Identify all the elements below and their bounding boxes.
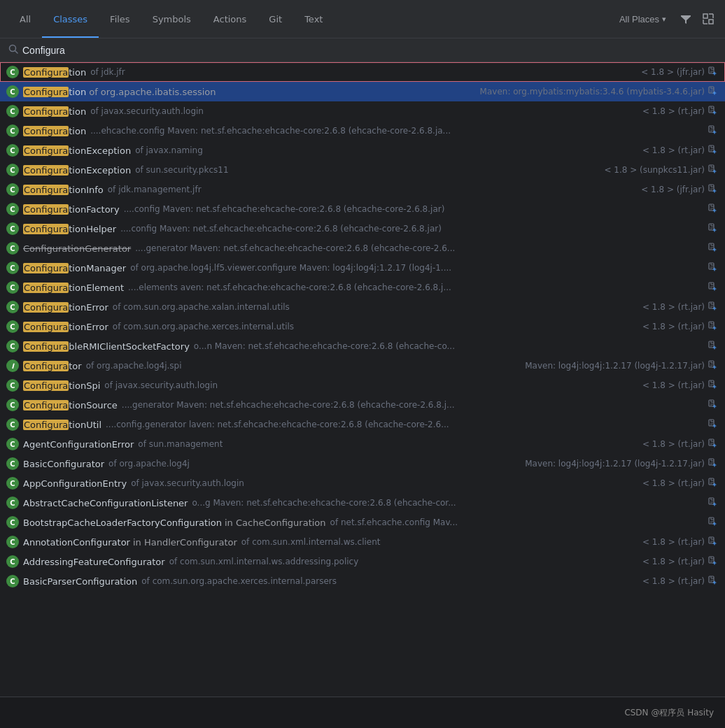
file-navigate-icon[interactable] [708,321,717,333]
tab-files[interactable]: Files [99,0,141,38]
file-navigate-icon[interactable] [708,497,717,509]
item-name: ConfigurationError [23,302,108,313]
list-item[interactable]: CConfigurationSpiof javax.security.auth.… [0,376,725,395]
item-content: Configurationof jdk.jfr< 1.8 > (jfr.jar) [23,67,705,78]
list-item[interactable]: CAgentConfigurationErrorof sun.managemen… [0,434,725,454]
list-item[interactable]: CBasicParserConfigurationof com.sun.org.… [0,571,725,591]
tab-git[interactable]: Git [258,0,293,38]
tab-actions[interactable]: Actions [202,0,258,38]
file-navigate-icon[interactable] [708,262,717,274]
list-item[interactable]: CConfigurationHelper....config Maven: ne… [0,219,725,238]
item-package: ....generator Maven: net.sf.ehcache:ehca… [135,243,455,253]
class-icon: C [6,124,19,137]
item-package: of com.sun.org.apache.xalan.internal.uti… [113,302,290,312]
tabs-left: All Classes Files Symbols Actions Git Te… [8,0,334,38]
search-input[interactable] [22,45,717,56]
item-content: ConfigurationErrorof com.sun.org.apache.… [23,302,705,313]
list-item[interactable]: CConfigurationof org.apache.ibatis.sessi… [0,82,725,101]
item-source: < 1.8 > (rt.jar) [637,576,705,586]
list-item[interactable]: CAppConfigurationEntryof javax.security.… [0,473,725,493]
item-name: ConfigurationUtil [23,420,101,430]
file-navigate-icon[interactable] [708,478,717,490]
list-item[interactable]: CConfigurationErrorof com.sun.org.apache… [0,317,725,336]
file-navigate-icon[interactable] [708,576,717,587]
file-navigate-icon[interactable] [708,66,717,78]
list-item[interactable]: CConfigurationManagerof org.apache.log4j… [0,258,725,278]
file-navigate-icon[interactable] [708,536,717,548]
tab-all[interactable]: All [8,0,42,38]
list-item[interactable]: CBootstrapCacheLoaderFactoryConfiguratio… [0,513,725,532]
tab-symbols[interactable]: Symbols [141,0,202,38]
list-item[interactable]: CConfiguration....ehcache.config Maven: … [0,121,725,141]
item-package: of com.sun.xml.internal.ws.addressing.po… [169,557,359,566]
list-item[interactable]: CConfigurationSource....generator Maven:… [0,395,725,415]
list-item[interactable]: CConfigurationErrorof com.sun.org.apache… [0,297,725,317]
file-navigate-icon[interactable] [708,301,717,313]
item-package: o...g Maven: net.sf.ehcache:ehcache-core… [192,498,456,508]
class-icon: C [6,340,19,352]
file-navigate-icon[interactable] [708,106,717,117]
list-item[interactable]: CConfigurationElement....elements aven: … [0,278,725,297]
file-navigate-icon[interactable] [708,145,717,157]
item-source: < 1.8 > (rt.jar) [637,106,705,116]
list-item[interactable]: CAbstractCacheConfigurationListenero...g… [0,493,725,513]
item-content: ConfigurableRMIClientSocketFactoryo...n … [23,341,705,352]
item-package: of net.sf.ehcache.config Mav... [330,518,458,527]
class-icon: C [6,379,19,392]
list-item[interactable]: CConfigurationof javax.security.auth.log… [0,101,725,121]
list-item[interactable]: CConfigurationUtil....config.generator l… [0,415,725,434]
item-name: ConfigurationException [23,165,131,176]
list-item[interactable]: IConfiguratorof org.apache.log4j.spiMave… [0,356,725,376]
file-navigate-icon[interactable] [708,380,717,392]
all-places-button[interactable]: All Places ▾ [614,11,672,27]
list-item[interactable]: CConfigurationExceptionof sun.security.p… [0,160,725,180]
expand-button[interactable] [700,10,717,27]
filter-button[interactable] [677,10,694,27]
file-navigate-icon[interactable] [708,282,717,294]
file-navigate-icon[interactable] [708,458,717,470]
item-content: AddressingFeatureConfiguratorof com.sun.… [23,557,705,567]
file-navigate-icon[interactable] [708,341,717,352]
file-navigate-icon[interactable] [708,556,717,568]
item-name: ConfigurationInfo [23,185,104,195]
file-navigate-icon[interactable] [708,223,717,235]
class-icon: C [6,105,19,117]
item-content: BasicParserConfigurationof com.sun.org.a… [23,576,705,587]
item-source: Maven: log4j:log4j:1.2.17 (log4j-1.2.17.… [519,361,705,371]
item-source: < 1.8 > (jfr.jar) [635,185,705,194]
item-content: Configurationof org.apache.ibatis.sessio… [23,87,705,97]
file-navigate-icon[interactable] [708,204,717,215]
item-content: ConfigurationManagerof org.apache.log4j.… [23,263,705,273]
file-navigate-icon[interactable] [708,360,717,372]
list-item[interactable]: CConfigurationInfoof jdk.management.jfr<… [0,180,725,199]
list-item[interactable]: CConfigurationFactory....config Maven: n… [0,199,725,219]
item-content: ConfigurationHelper....config Maven: net… [23,224,705,234]
file-navigate-icon[interactable] [708,86,717,98]
class-icon: C [6,85,19,98]
file-navigate-icon[interactable] [708,125,717,137]
class-icon: C [6,144,19,157]
search-icon [8,44,18,56]
file-navigate-icon[interactable] [708,438,717,450]
list-item[interactable]: CConfigurationGenerator....generator Mav… [0,238,725,258]
item-package: of javax.security.auth.login [104,380,218,390]
tab-classes[interactable]: Classes [42,0,99,38]
list-item[interactable]: CAddressingFeatureConfiguratorof com.sun… [0,552,725,571]
file-navigate-icon[interactable] [708,243,717,255]
list-item[interactable]: CConfigurationExceptionof javax.naming< … [0,141,725,160]
tab-text[interactable]: Text [293,0,334,38]
list-item[interactable]: CAnnotationConfiguratorin HandlerConfigu… [0,532,725,552]
item-content: ConfigurationExceptionof sun.security.pk… [23,165,705,176]
list-item[interactable]: CBasicConfiguratorof org.apache.log4jMav… [0,454,725,473]
file-navigate-icon[interactable] [708,164,717,176]
file-navigate-icon[interactable] [708,419,717,431]
item-source: < 1.8 > (rt.jar) [637,322,705,331]
file-navigate-icon[interactable] [708,184,717,196]
item-package: ....config Maven: net.sf.ehcache:ehcache… [124,204,445,214]
item-package: ....generator Maven: net.sf.ehcache:ehca… [122,400,455,410]
item-name: ConfigurationHelper [23,224,116,234]
list-item[interactable]: CConfigurableRMIClientSocketFactoryo...n… [0,336,725,356]
file-navigate-icon[interactable] [708,517,717,529]
file-navigate-icon[interactable] [708,399,717,411]
list-item[interactable]: CConfigurationof jdk.jfr< 1.8 > (jfr.jar… [0,62,725,82]
